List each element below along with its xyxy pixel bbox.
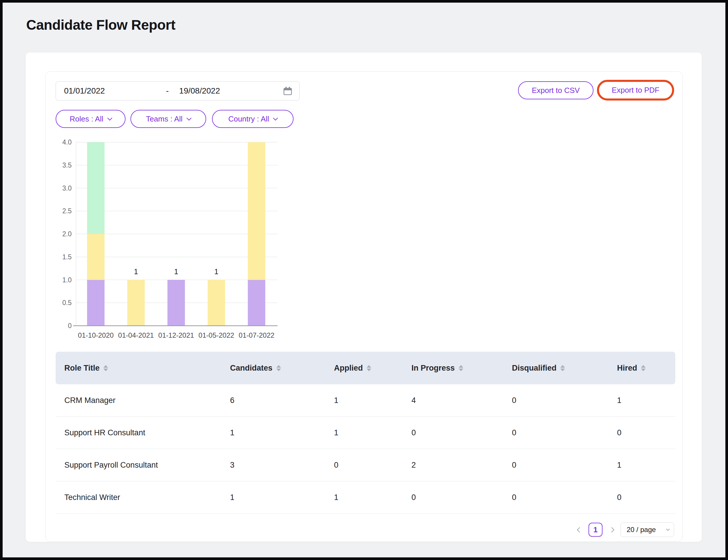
candidate-flow-chart: 00.51.01.52.02.53.03.54.001-10-2020101-0…	[54, 137, 280, 344]
filter-roles-label: Roles : All	[70, 115, 103, 124]
chevron-down-icon	[107, 116, 112, 121]
cell-role-title: Technical Writer	[64, 493, 230, 502]
svg-text:1: 1	[214, 267, 219, 276]
filter-roles[interactable]: Roles : All	[56, 110, 126, 128]
column-header-disqualified[interactable]: Disqualified	[512, 364, 617, 373]
svg-text:3.0: 3.0	[62, 184, 72, 192]
filter-country-label: Country : All	[228, 115, 269, 124]
svg-text:2.5: 2.5	[62, 207, 72, 215]
page-size-select[interactable]: 20 / page	[620, 522, 674, 537]
svg-text:4.0: 4.0	[62, 138, 72, 146]
svg-text:01-05-2022: 01-05-2022	[199, 331, 235, 339]
cell-value: 0	[512, 396, 617, 405]
table-body: CRM Manager61401Support HR Consultant110…	[56, 384, 675, 514]
svg-text:1: 1	[134, 267, 138, 276]
export-csv-button[interactable]: Export to CSV	[518, 81, 593, 99]
cell-value: 0	[411, 493, 512, 502]
export-pdf-button[interactable]: Export to PDF	[597, 80, 674, 101]
cell-value: 1	[230, 428, 334, 437]
next-page-button[interactable]	[608, 523, 615, 536]
pagination: 1 20 / page	[56, 521, 674, 538]
svg-text:1.5: 1.5	[62, 253, 72, 261]
cell-value: 0	[512, 428, 617, 437]
column-header-candidates[interactable]: Candidates	[230, 364, 334, 373]
table-header-row: Role TitleCandidatesAppliedIn ProgressDi…	[56, 352, 675, 384]
cell-value: 0	[512, 461, 617, 470]
cell-value: 0	[411, 428, 512, 437]
column-header-hired[interactable]: Hired	[617, 364, 675, 373]
page-size-value: 20 / page	[627, 526, 656, 534]
cell-value: 0	[512, 493, 617, 502]
sort-icon[interactable]	[366, 365, 371, 371]
cell-value: 2	[411, 461, 512, 470]
cell-value: 0	[334, 461, 411, 470]
date-separator: -	[166, 86, 169, 96]
svg-text:1: 1	[174, 267, 178, 276]
cell-value: 1	[334, 428, 411, 437]
candidate-flow-table: Role TitleCandidatesAppliedIn ProgressDi…	[56, 352, 675, 514]
chevron-left-icon	[577, 527, 582, 532]
svg-text:1.0: 1.0	[62, 276, 72, 284]
column-label: Hired	[617, 364, 637, 373]
svg-text:0: 0	[68, 322, 72, 330]
cell-role-title: Support HR Consultant	[64, 428, 230, 437]
svg-text:01-10-2020: 01-10-2020	[78, 331, 114, 339]
sort-icon[interactable]	[276, 365, 281, 371]
svg-text:0.5: 0.5	[62, 299, 72, 307]
svg-text:01-04-2021: 01-04-2021	[118, 331, 154, 339]
svg-text:01-07-2022: 01-07-2022	[239, 331, 275, 339]
cell-role-title: Support Payroll Consultant	[64, 461, 230, 470]
cell-role-title: CRM Manager	[64, 396, 230, 405]
column-header-applied[interactable]: Applied	[334, 364, 411, 373]
date-range-input[interactable]: 01/01/2022 - 19/08/2022	[56, 81, 300, 101]
cell-value: 1	[230, 493, 334, 502]
cell-value: 3	[230, 461, 334, 470]
sort-icon[interactable]	[641, 365, 646, 371]
filter-teams[interactable]: Teams : All	[131, 110, 206, 128]
column-label: Applied	[334, 364, 363, 373]
filter-country[interactable]: Country : All	[212, 110, 294, 128]
table-row: Support Payroll Consultant30201	[56, 449, 675, 481]
chevron-down-icon	[186, 116, 191, 121]
cell-value: 1	[617, 461, 675, 470]
chevron-down-icon	[273, 116, 278, 121]
report-card: 01/01/2022 - 19/08/2022 Export to CSV Ex…	[45, 71, 683, 542]
cell-value: 0	[617, 493, 675, 502]
table-row: Technical Writer11000	[56, 481, 675, 514]
column-label: Disqualified	[512, 364, 556, 373]
cell-value: 1	[617, 396, 675, 405]
sort-icon[interactable]	[459, 365, 463, 371]
sort-icon[interactable]	[103, 365, 108, 371]
sort-icon[interactable]	[560, 365, 565, 371]
table-row: CRM Manager61401	[56, 384, 675, 417]
table-row: Support HR Consultant11000	[56, 417, 675, 449]
cell-value: 0	[617, 428, 675, 437]
svg-text:2.0: 2.0	[62, 230, 72, 238]
date-start-value: 01/01/2022	[64, 86, 166, 96]
column-label: Candidates	[230, 364, 273, 373]
calendar-icon[interactable]	[283, 86, 292, 96]
cell-value: 1	[334, 396, 411, 405]
column-label: Role Title	[64, 364, 100, 373]
date-end-value: 19/08/2022	[179, 86, 220, 96]
chevron-down-icon	[666, 527, 670, 531]
page-title: Candidate Flow Report	[26, 17, 175, 33]
svg-text:3.5: 3.5	[62, 161, 72, 169]
filter-teams-label: Teams : All	[146, 115, 183, 124]
column-header-role-title[interactable]: Role Title	[64, 364, 230, 373]
column-header-in-progress[interactable]: In Progress	[411, 364, 512, 373]
column-label: In Progress	[411, 364, 455, 373]
chart-area: 00.51.01.52.02.53.03.54.001-10-2020101-0…	[54, 137, 280, 345]
chevron-right-icon	[609, 527, 614, 532]
prev-page-button[interactable]	[576, 523, 583, 536]
cell-value: 4	[411, 396, 512, 405]
cell-value: 1	[334, 493, 411, 502]
cell-value: 6	[230, 396, 334, 405]
svg-text:01-12-2021: 01-12-2021	[158, 331, 194, 339]
page-number-button[interactable]: 1	[588, 523, 602, 537]
